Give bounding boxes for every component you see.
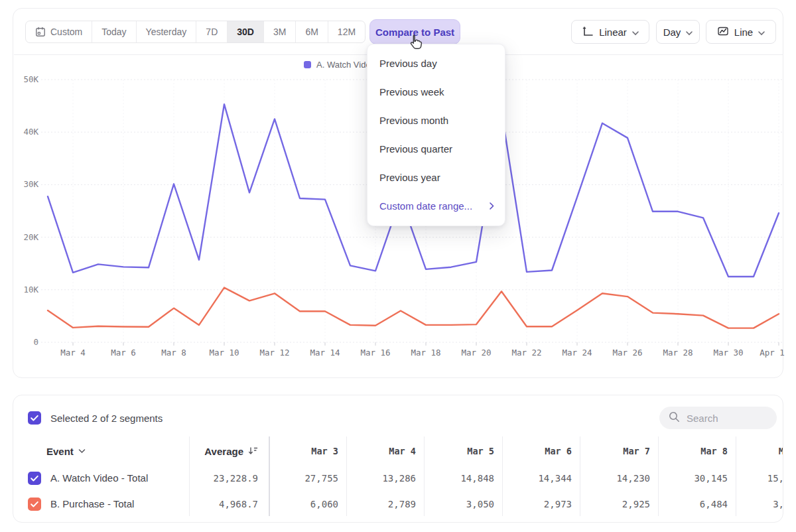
- column-divider: [346, 436, 347, 516]
- calendar-icon: [35, 27, 46, 37]
- scale-label: Linear: [599, 27, 627, 38]
- range-yesterday[interactable]: Yesterday: [137, 21, 197, 42]
- menu-item-previous-year[interactable]: Previous year: [367, 163, 505, 192]
- range-30d[interactable]: 30D: [228, 21, 264, 42]
- search-icon: [669, 411, 680, 425]
- segment-checkbox[interactable]: [28, 498, 41, 511]
- chevron-down-icon: [758, 27, 765, 38]
- value-cell: 3,: [736, 499, 783, 509]
- column-header-average[interactable]: Average: [189, 446, 269, 457]
- chart-type-select-button[interactable]: Line: [706, 20, 776, 44]
- value-cell: 27,755: [269, 473, 346, 484]
- value-cell: 2,925: [580, 499, 658, 509]
- search-box: [659, 407, 777, 429]
- interval-select-button[interactable]: Day: [656, 20, 700, 44]
- segments-summary: Selected 2 of 2 segments: [28, 411, 163, 425]
- event-cell: A. Watch Video - Total: [13, 472, 189, 485]
- date-range-group: CustomTodayYesterday7D30D3M6M12M: [25, 21, 365, 43]
- event-cell: B. Purchase - Total: [13, 498, 189, 511]
- chevron-down-icon: [632, 27, 639, 38]
- axis-scale-icon: [582, 25, 594, 39]
- interval-label: Day: [663, 27, 681, 38]
- value-cell: 15,: [736, 473, 783, 484]
- column-header-mar-7[interactable]: Mar 7: [580, 446, 658, 456]
- compare-to-past-button[interactable]: Compare to Past: [369, 19, 460, 44]
- range-today[interactable]: Today: [92, 21, 136, 42]
- chevron-right-icon: [490, 200, 494, 212]
- column-header-mar-5[interactable]: Mar 5: [424, 446, 502, 456]
- value-cell: 6,484: [658, 499, 736, 509]
- segment-checkbox[interactable]: [28, 472, 41, 485]
- column-header-event[interactable]: Event: [13, 446, 189, 457]
- value-cell: 4,968.7: [189, 499, 269, 509]
- legend-swatch: [304, 61, 311, 68]
- table-card: Selected 2 of 2 segments EventAverageMar…: [13, 395, 783, 523]
- column-header-mar-6[interactable]: Mar 6: [502, 446, 580, 456]
- value-cell: 3,050: [424, 499, 502, 509]
- table-row[interactable]: A. Watch Video - Total23,228.927,75513,2…: [13, 465, 783, 491]
- value-cell: 14,848: [424, 473, 502, 484]
- column-header-m[interactable]: M: [736, 446, 783, 456]
- segments-count-label: Selected 2 of 2 segments: [50, 413, 163, 424]
- select-all-checkbox[interactable]: [28, 411, 41, 425]
- value-cell: 13,286: [346, 473, 424, 484]
- column-header-mar-8[interactable]: Mar 8: [658, 446, 736, 456]
- menu-item-previous-day[interactable]: Previous day: [367, 49, 505, 78]
- column-divider: [424, 436, 425, 516]
- column-divider: [502, 436, 503, 516]
- table-header-row: EventAverageMar 3Mar 4Mar 5Mar 6Mar 7Mar…: [13, 438, 783, 464]
- page: CustomTodayYesterday7D30D3M6M12M Compare…: [0, 0, 796, 532]
- range-6m[interactable]: 6M: [296, 21, 328, 42]
- segment-label: B. Purchase - Total: [50, 498, 134, 509]
- value-cell: 14,344: [502, 473, 580, 484]
- menu-item-previous-quarter[interactable]: Previous quarter: [367, 135, 505, 163]
- menu-item-previous-week[interactable]: Previous week: [367, 78, 505, 106]
- segment-label: A. Watch Video - Total: [50, 472, 148, 484]
- value-cell: 2,789: [346, 499, 424, 509]
- range-12m[interactable]: 12M: [328, 21, 365, 42]
- chart-type-label: Line: [734, 27, 753, 38]
- value-cell: 30,145: [658, 473, 736, 484]
- column-divider: [736, 436, 736, 516]
- table-row[interactable]: B. Purchase - Total4,968.76,0602,7893,05…: [13, 491, 783, 517]
- value-cell: 6,060: [269, 499, 346, 509]
- range-custom[interactable]: Custom: [26, 21, 92, 42]
- menu-item-previous-month[interactable]: Previous month: [367, 106, 505, 135]
- search-input[interactable]: [687, 413, 766, 424]
- column-header-mar-3[interactable]: Mar 3: [269, 446, 346, 456]
- line-chart-icon: [717, 25, 729, 39]
- column-divider: [580, 436, 580, 516]
- compare-to-past-menu: Previous dayPrevious weekPrevious monthP…: [367, 44, 505, 226]
- legend-item-a-watch-video[interactable]: A. Watch Video: [304, 60, 375, 70]
- column-divider: [269, 436, 270, 516]
- scale-select-button[interactable]: Linear: [571, 20, 649, 44]
- range-3m[interactable]: 3M: [264, 21, 296, 42]
- value-cell: 23,228.9: [189, 473, 269, 484]
- range-7d[interactable]: 7D: [196, 21, 228, 42]
- column-header-mar-4[interactable]: Mar 4: [346, 446, 424, 456]
- column-divider: [189, 436, 190, 516]
- value-cell: 14,230: [580, 473, 658, 484]
- value-cell: 2,973: [502, 499, 580, 509]
- column-divider: [658, 436, 659, 516]
- chevron-down-icon: [686, 27, 693, 38]
- menu-item-custom-date-range[interactable]: Custom date range...: [367, 192, 505, 220]
